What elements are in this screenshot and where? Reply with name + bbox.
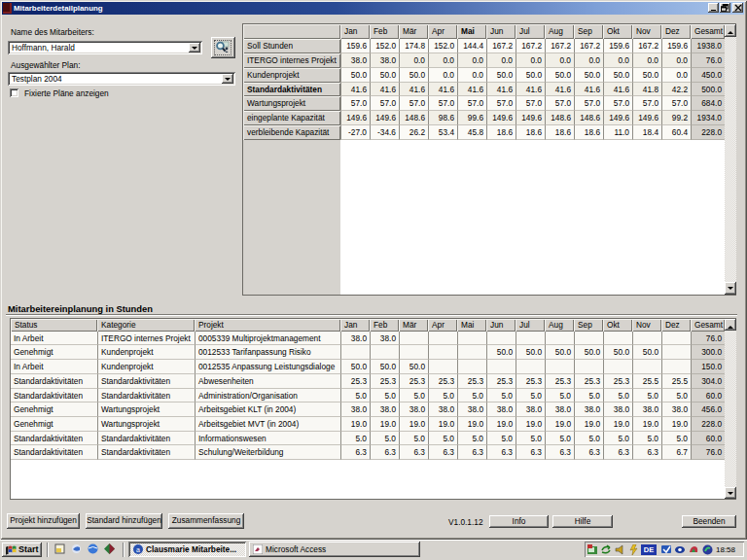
svg-text:a: a — [136, 546, 140, 553]
